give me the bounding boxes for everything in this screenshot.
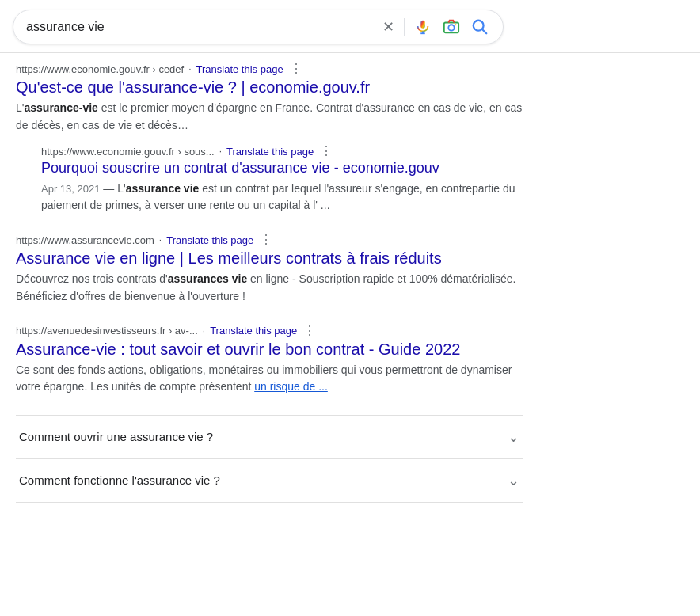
result-url-row: https://www.economie.gouv.fr › sous... ·… — [41, 145, 523, 158]
search-icon — [471, 18, 489, 36]
result-url: https://www.economie.gouv.fr › sous... — [41, 146, 215, 158]
search-input[interactable] — [26, 20, 375, 34]
more-options-button[interactable]: ⋮ — [288, 63, 304, 75]
search-icons: ✕ — [381, 17, 490, 37]
divider — [404, 18, 405, 36]
result-title[interactable]: Assurance vie en ligne | Les meilleurs c… — [16, 248, 523, 268]
result-snippet: Découvrez nos trois contrats d'assurance… — [16, 271, 523, 305]
search-bar: ✕ — [13, 10, 504, 44]
result-url: https://avenuedesinvestisseurs.fr › av-.… — [16, 325, 198, 337]
mic-icon — [414, 18, 432, 36]
chevron-down-icon: ⌄ — [508, 472, 519, 489]
clear-button[interactable]: ✕ — [381, 17, 396, 37]
search-bar-container: ✕ — [0, 0, 700, 53]
clear-icon: ✕ — [382, 18, 394, 36]
snippet-link[interactable]: un risque de ... — [254, 380, 328, 393]
faq-question: Comment ouvrir une assurance vie ? — [19, 430, 213, 443]
result-item: https://www.economie.gouv.fr › cedef · T… — [16, 63, 523, 215]
svg-rect-0 — [420, 21, 425, 29]
faq-item[interactable]: Comment ouvrir une assurance vie ? ⌄ — [16, 416, 523, 459]
url-dot: · — [219, 146, 222, 157]
result-title[interactable]: Assurance-vie : tout savoir et ouvrir le… — [16, 339, 523, 359]
result-item: https://avenuedesinvestisseurs.fr › av-.… — [16, 325, 523, 396]
result-snippet: L'assurance-vie est le premier moyen d'é… — [16, 100, 523, 134]
result-url-row: https://www.assurancevie.com · Translate… — [16, 234, 523, 246]
result-date: Apr 13, 2021 — [41, 183, 100, 195]
result-title[interactable]: Qu'est-ce que l'assurance-vie ? | econom… — [16, 77, 523, 97]
result-snippet: Ce sont des fonds actions, obligations, … — [16, 362, 523, 396]
chevron-down-icon: ⌄ — [508, 428, 519, 446]
more-options-button[interactable]: ⋮ — [318, 145, 334, 158]
result-url: https://www.assurancevie.com — [16, 234, 154, 246]
svg-line-7 — [482, 29, 486, 33]
mic-button[interactable] — [413, 17, 433, 37]
result-snippet: Apr 13, 2021 — L'assurance vie est un co… — [41, 181, 523, 215]
result-url-row: https://avenuedesinvestisseurs.fr › av-.… — [16, 325, 523, 337]
search-submit-button[interactable] — [470, 17, 490, 37]
translate-link[interactable]: Translate this page — [166, 234, 253, 246]
translate-link[interactable]: Translate this page — [196, 63, 283, 75]
result-title[interactable]: Pourquoi souscrire un contrat d'assuranc… — [41, 159, 523, 177]
sub-result-item: https://www.economie.gouv.fr › sous... ·… — [41, 145, 523, 215]
url-dot: · — [159, 234, 162, 245]
camera-button[interactable] — [441, 17, 462, 37]
svg-point-4 — [448, 25, 454, 30]
result-url: https://www.economie.gouv.fr › cedef — [16, 63, 184, 75]
faq-section: Comment ouvrir une assurance vie ? ⌄ Com… — [16, 415, 523, 503]
more-options-button[interactable]: ⋮ — [302, 325, 318, 337]
translate-link[interactable]: Translate this page — [210, 325, 297, 337]
camera-icon — [443, 18, 460, 36]
snippet-dash: — — [103, 182, 117, 195]
result-url-row: https://www.economie.gouv.fr › cedef · T… — [16, 63, 523, 75]
faq-question: Comment fonctionne l'assurance vie ? — [19, 473, 220, 487]
results-container: https://www.economie.gouv.fr › cedef · T… — [0, 53, 538, 503]
url-dot: · — [203, 325, 205, 337]
more-options-button[interactable]: ⋮ — [258, 234, 274, 246]
url-dot: · — [188, 63, 191, 74]
translate-link[interactable]: Translate this page — [226, 146, 314, 158]
faq-item[interactable]: Comment fonctionne l'assurance vie ? ⌄ — [16, 459, 523, 503]
svg-point-5 — [455, 24, 457, 25]
result-item: https://www.assurancevie.com · Translate… — [16, 234, 523, 305]
